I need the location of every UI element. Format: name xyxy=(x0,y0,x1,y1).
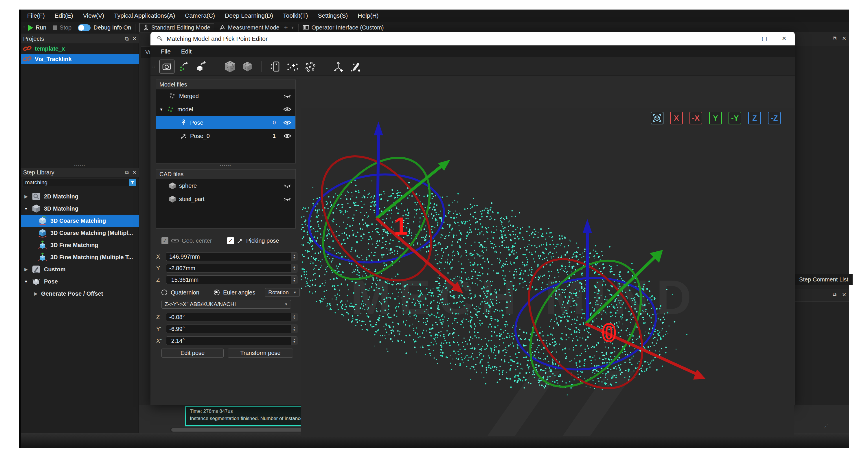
add-mode-button[interactable]: + xyxy=(284,24,288,32)
visibility-off-icon[interactable] xyxy=(283,183,291,189)
close-panel-icon[interactable]: ✕ xyxy=(842,35,846,42)
panel-splitter[interactable]: •••••• xyxy=(21,164,139,168)
snapshot-camera-button[interactable] xyxy=(159,60,175,73)
visibility-on-icon[interactable] xyxy=(283,133,291,139)
close-panel-icon[interactable]: ✕ xyxy=(132,169,136,175)
float-panel-icon[interactable]: ⧉ xyxy=(833,292,836,298)
fit-view-button[interactable] xyxy=(651,112,663,124)
stop-button[interactable]: Stop xyxy=(60,24,71,31)
point-cluster-tool-icon[interactable] xyxy=(303,60,317,73)
dialog-menu-edit[interactable]: Edit xyxy=(181,48,191,55)
view-minus-y-button[interactable]: -Y xyxy=(728,112,741,124)
euler-x-input[interactable]: -2.14°▲▼ xyxy=(166,336,298,345)
dense-cube-tool-icon[interactable] xyxy=(223,60,237,73)
operator-interface-button[interactable]: Operator Interface (Custom) xyxy=(311,24,384,31)
resize-grip[interactable]: ⋰ xyxy=(824,423,828,429)
rotation-dropdown[interactable]: Rotation▼ xyxy=(265,288,300,297)
project-item-template-x[interactable]: template_x xyxy=(21,43,139,54)
visibility-off-icon[interactable] xyxy=(283,93,291,99)
debug-toggle[interactable] xyxy=(78,24,91,31)
euler-angles-radio[interactable] xyxy=(214,290,220,295)
x-stepper[interactable]: ▲▼ xyxy=(291,253,297,261)
dialog-titlebar[interactable]: Matching Model and Pick Point Editor – ▢… xyxy=(151,32,795,45)
transform-pose-button[interactable]: Transform pose xyxy=(228,349,293,358)
step-item-3d-fine-matching-multiple[interactable]: 3D Fine Matching (Multiple T... xyxy=(21,251,139,263)
add-points-tool-icon[interactable] xyxy=(286,60,300,73)
euler-x-stepper[interactable]: ▲▼ xyxy=(291,337,297,345)
x-input[interactable]: 146.997mm▲▼ xyxy=(166,252,298,261)
minimize-button[interactable]: – xyxy=(740,34,750,43)
step-group-pose[interactable]: ▼ Pose xyxy=(21,276,139,288)
picking-pose-checkbox[interactable]: ✓ xyxy=(227,237,234,244)
quaternion-radio[interactable] xyxy=(161,290,167,295)
standard-editing-mode-button[interactable]: Standard Editing Mode xyxy=(140,23,214,32)
model-row-pose[interactable]: Pose 0 xyxy=(156,116,296,129)
model-row-pose-0[interactable]: Pose_0 1 xyxy=(156,129,296,142)
model-row-model[interactable]: ▼ model xyxy=(156,103,296,116)
visibility-on-icon[interactable] xyxy=(283,120,291,126)
menu-settings[interactable]: Settings(S) xyxy=(318,12,348,19)
close-button[interactable]: ✕ xyxy=(779,34,789,43)
menu-edit[interactable]: Edit(E) xyxy=(55,12,73,19)
geo-center-option[interactable]: ✓ Geo. center xyxy=(161,237,212,244)
view-minus-x-button[interactable]: -X xyxy=(689,112,702,124)
step-item-3d-coarse-matching[interactable]: 3D Coarse Matching xyxy=(21,215,139,227)
cad-row-steel-part[interactable]: steel_part xyxy=(156,192,296,206)
view-y-button[interactable]: Y xyxy=(709,112,722,124)
dialog-menu-file[interactable]: File xyxy=(161,48,171,55)
step-item-3d-coarse-matching-multiple[interactable]: 3D Coarse Matching (Multipl... xyxy=(21,227,139,239)
visibility-on-icon[interactable] xyxy=(283,106,291,112)
float-panel-icon[interactable]: ⧉ xyxy=(125,169,129,175)
viewport-3d[interactable]: MECH MIND xyxy=(301,108,794,437)
menu-file[interactable]: File(F) xyxy=(27,12,45,19)
undo-cad-button[interactable] xyxy=(195,60,209,73)
geo-center-checkbox[interactable]: ✓ xyxy=(161,237,168,244)
view-z-button[interactable]: Z xyxy=(748,112,761,124)
sparse-cube-tool-icon[interactable] xyxy=(240,60,255,73)
close-panel-icon[interactable]: ✕ xyxy=(132,36,136,42)
menu-view[interactable]: View(V) xyxy=(83,12,104,19)
measurement-mode-button[interactable]: Measurement Mode xyxy=(228,24,279,31)
run-button[interactable]: Run xyxy=(36,24,46,31)
step-group-custom[interactable]: ▶ Custom xyxy=(21,263,139,276)
edit-pose-tool-icon[interactable] xyxy=(348,60,363,73)
z-stepper[interactable]: ▲▼ xyxy=(291,276,297,284)
step-item-3d-fine-matching[interactable]: 3D Fine Matching xyxy=(21,239,139,251)
euler-y-stepper[interactable]: ▲▼ xyxy=(291,325,297,333)
maximize-button[interactable]: ▢ xyxy=(760,34,769,43)
picking-pose-option[interactable]: ✓ Picking pose xyxy=(227,237,279,244)
menu-deep-learning[interactable]: Deep Learning(D) xyxy=(225,12,273,19)
close-panel-icon[interactable]: ✕ xyxy=(842,292,846,298)
visibility-off-icon[interactable] xyxy=(283,196,291,202)
panel-splitter[interactable]: •••••• xyxy=(156,163,296,168)
cad-row-sphere[interactable]: sphere xyxy=(156,179,296,192)
step-search-input[interactable] xyxy=(23,179,129,186)
project-item-vis-tracklink[interactable]: Vis_Tracklink xyxy=(21,54,139,64)
step-group-3d-matching[interactable]: ▼ 3D Matching xyxy=(21,202,139,215)
filter-icon[interactable] xyxy=(129,179,136,186)
mode-caret[interactable]: ▼ xyxy=(291,26,294,30)
z-input[interactable]: -15.361mm▲▼ xyxy=(166,276,298,284)
menu-toolkit[interactable]: Toolkit(T) xyxy=(283,12,308,19)
menu-typical-applications[interactable]: Typical Applications(A) xyxy=(114,12,175,19)
model-row-merged[interactable]: Merged xyxy=(156,89,296,103)
panel-view-tool-icon[interactable] xyxy=(268,60,283,73)
tab-step-comment-list[interactable]: Step Comment List xyxy=(795,273,852,285)
step-group-2d-matching[interactable]: ▶ 2D Matching xyxy=(21,190,139,202)
add-axis-tool-icon[interactable] xyxy=(331,60,345,73)
euler-z-stepper[interactable]: ▲▼ xyxy=(291,313,297,321)
menu-camera[interactable]: Camera(C) xyxy=(185,12,215,19)
undo-pointcloud-button[interactable] xyxy=(177,60,192,73)
view-x-button[interactable]: X xyxy=(670,112,683,124)
y-stepper[interactable]: ▲▼ xyxy=(291,264,297,272)
euler-convention-dropdown[interactable]: Z->Y'->X'' ABB/KUKA/NACHI▼ xyxy=(161,300,291,309)
float-panel-icon[interactable]: ⧉ xyxy=(125,36,129,42)
y-input[interactable]: -2.867mm▲▼ xyxy=(166,264,298,272)
menu-help[interactable]: Help(H) xyxy=(358,12,378,19)
euler-z-input[interactable]: -0.08°▲▼ xyxy=(166,313,298,321)
edit-pose-button[interactable]: Edit pose xyxy=(161,349,224,358)
float-panel-icon[interactable]: ⧉ xyxy=(833,35,836,41)
view-minus-z-button[interactable]: -Z xyxy=(768,112,781,124)
euler-y-input[interactable]: -6.99°▲▼ xyxy=(166,325,298,333)
step-item-generate-pose-offset[interactable]: ▶ Generate Pose / Offset xyxy=(21,288,139,300)
